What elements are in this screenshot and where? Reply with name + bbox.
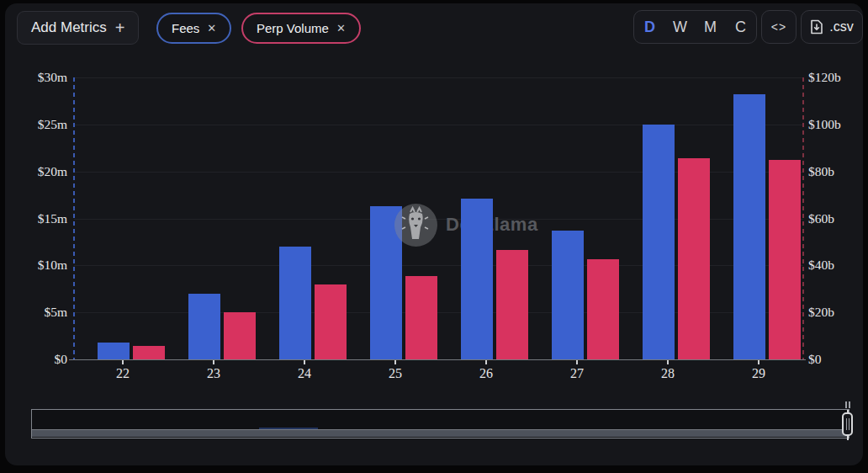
bar-perp-volume-24[interactable] [315,284,347,359]
x-axis-tick-label: 23 [197,366,230,381]
bar-perp-volume-25[interactable] [405,276,437,359]
bar-fees-29[interactable] [733,94,765,359]
right-axis-tick-label: $60b [808,211,859,226]
right-axis-tick-label: $120b [808,70,859,85]
brush-selected-band[interactable] [32,429,849,437]
left-axis-tick-label: $25m [17,117,67,132]
chart-panel: Add Metrics + Fees ✕ Perp Volume ✕ DWMC … [5,3,863,465]
left-axis-line [73,77,75,359]
left-axis-tick-label: $20m [17,164,67,179]
x-axis-tick [758,360,760,364]
x-axis-tick [667,360,669,364]
x-axis-line [69,359,806,360]
bar-perp-volume-26[interactable] [496,250,528,359]
right-axis-tick-label: $80b [808,164,859,179]
llama-logo-icon [394,204,437,250]
bar-fees-27[interactable] [552,231,584,359]
right-axis-line [802,77,804,359]
right-axis-tick-label: $40b [808,258,859,273]
bar-fees-22[interactable] [98,343,130,359]
left-axis-tick-label: $10m [17,258,67,273]
left-axis-tick-label: $15m [17,211,67,226]
gridline [74,77,803,78]
bar-perp-volume-23[interactable] [224,312,256,359]
x-axis-tick [213,360,214,364]
bar-perp-volume-29[interactable] [769,160,801,359]
right-axis-tick-label: $100b [808,117,859,132]
bar-fees-28[interactable] [643,125,675,359]
x-axis-tick-label: 28 [651,366,685,381]
bar-fees-24[interactable] [279,247,311,359]
grip-line [849,418,849,430]
bar-perp-volume-28[interactable] [678,158,710,359]
x-axis-tick [485,360,487,364]
left-axis-tick-label: $0 [17,352,67,367]
bar-perp-volume-27[interactable] [587,259,619,359]
x-axis-tick [576,360,578,364]
right-axis-tick-label: $0 [808,352,859,367]
gridline [74,125,803,125]
left-axis-tick-label: $5m [17,305,67,320]
x-axis-tick-label: 27 [560,366,594,381]
brush-right-handle[interactable] [841,401,855,445]
handle-nub [849,401,850,408]
right-axis-tick-label: $20b [808,305,859,320]
x-axis-tick [122,360,124,364]
bar-chart: DefiLlama $30m$25m$20m$15m$10m$5m$0$120b… [5,3,863,407]
bar-fees-23[interactable] [188,294,220,359]
x-axis-tick-label: 22 [106,366,140,381]
x-axis-tick-label: 24 [288,366,321,381]
left-axis-tick-label: $30m [17,70,67,85]
x-axis-tick-label: 25 [378,366,412,381]
handle-grip[interactable] [842,412,853,436]
handle-nub [845,401,847,408]
bar-fees-26[interactable] [461,199,493,359]
x-axis-tick-label: 26 [469,366,503,381]
x-axis-tick [394,360,396,364]
x-axis-tick [304,360,305,364]
grip-line [846,418,847,430]
x-axis-tick-label: 29 [742,366,775,381]
timeline-brush[interactable] [31,409,849,438]
bar-perp-volume-22[interactable] [133,346,165,359]
